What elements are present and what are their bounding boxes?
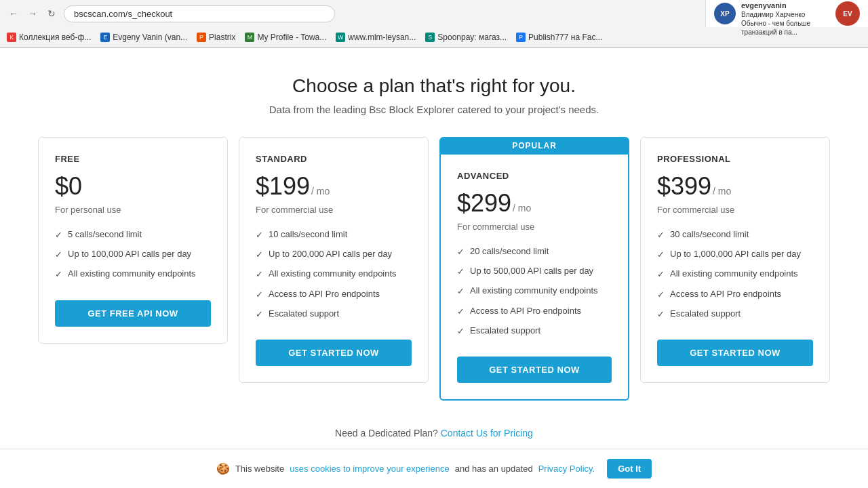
url-text: bscscan.com/s_checkout: [74, 9, 172, 19]
notif-text: X-Profit Lider → evgenyvanin Владимир Ха…: [741, 0, 830, 37]
bm-favicon-2: E: [100, 33, 110, 42]
bm-favicon-1: К: [7, 33, 16, 42]
notif-user-avatar: EV: [835, 1, 860, 26]
bookmark-5[interactable]: W www.mlm-leysan...: [336, 33, 416, 42]
check-icon: ✓: [657, 308, 665, 321]
plan-name-professional: PROFESSIONAL: [657, 154, 813, 164]
plan-features-professional: ✓30 calls/second limit ✓Up to 1,000,000 …: [657, 228, 813, 321]
feature-adv-2: ✓Up to 500,000 API calls per day: [457, 265, 612, 278]
feature-pro-2: ✓Up to 1,000,000 API calls per day: [657, 248, 813, 261]
page-subtitle: Data from the leading Bsc Block Explorer…: [14, 104, 854, 115]
standard-cta-button[interactable]: GET STARTED NOW: [256, 340, 412, 366]
plan-price-free: $0: [55, 172, 211, 201]
feature-free-1: ✓5 calls/second limit: [55, 228, 211, 241]
cookie-link2[interactable]: Privacy Policy.: [538, 464, 595, 474]
feature-adv-5: ✓Escalated support: [457, 325, 612, 338]
price-period-advanced: / mo: [513, 203, 531, 214]
feature-adv-4: ✓Access to API Pro endpoints: [457, 305, 612, 318]
plan-card-free: FREE $0 For personal use ✓5 calls/second…: [38, 137, 228, 344]
cookie-text-middle: and has an updated: [455, 464, 533, 474]
feature-std-1: ✓10 calls/second limit: [256, 228, 412, 241]
browser-toolbar: ← → ↻ bscscan.com/s_checkout ★ W T XP X-…: [0, 0, 868, 27]
feature-std-4: ✓Access to API Pro endpoints: [256, 288, 412, 301]
check-icon: ✓: [256, 308, 263, 321]
plan-features-advanced: ✓20 calls/second limit ✓Up to 500,000 AP…: [457, 245, 612, 338]
feature-free-2: ✓Up to 100,000 API calls per day: [55, 248, 211, 261]
advanced-cta-button[interactable]: GET STARTED NOW: [457, 357, 612, 383]
bookmark-3[interactable]: P Piastrix: [197, 33, 235, 42]
plan-desc-advanced: For commercial use: [457, 222, 612, 232]
price-amount-advanced: $299: [457, 189, 511, 218]
bm-label-7: Publish777 на Fac...: [528, 33, 602, 42]
check-icon: ✓: [256, 229, 263, 241]
plan-features-free: ✓5 calls/second limit ✓Up to 100,000 API…: [55, 228, 211, 281]
notification-panel: XP X-Profit Lider → evgenyvanin Владимир…: [705, 0, 868, 27]
price-period-professional: / mo: [713, 186, 731, 197]
forward-button[interactable]: →: [26, 7, 39, 20]
bm-favicon-6: S: [425, 33, 435, 42]
plan-price-professional: $399 / mo: [657, 172, 813, 201]
bookmark-4[interactable]: M My Profile - Towa...: [245, 33, 326, 42]
check-icon: ✓: [256, 249, 263, 261]
bm-label-6: Spoonpay: магаз...: [437, 33, 507, 42]
price-period-standard: / mo: [311, 186, 330, 197]
bookmark-7[interactable]: P Publish777 на Fac...: [516, 33, 602, 42]
check-icon: ✓: [55, 268, 62, 281]
price-amount-professional: $399: [657, 172, 711, 201]
cookie-link1[interactable]: uses cookies to improve your experience: [290, 464, 450, 474]
url-bar[interactable]: bscscan.com/s_checkout: [64, 5, 335, 22]
bm-favicon-3: P: [197, 33, 206, 42]
plan-name-advanced: ADVANCED: [457, 171, 612, 181]
bookmark-6[interactable]: S Spoonpay: магаз...: [425, 33, 507, 42]
bm-label-3: Piastrix: [209, 33, 235, 42]
plan-desc-free: For personal use: [55, 205, 211, 215]
bookmark-2[interactable]: E Evgeny Vanin (van...: [100, 33, 187, 42]
plan-card-standard: STANDARD $199 / mo For commercial use ✓1…: [239, 137, 429, 383]
check-icon: ✓: [657, 229, 665, 241]
cookie-got-it-button[interactable]: Got It: [607, 459, 652, 479]
bookmarks-bar: К Коллекция веб-ф... E Evgeny Vanin (van…: [0, 27, 868, 47]
footer-contact-link[interactable]: Contact Us for Pricing: [441, 428, 533, 439]
feature-std-5: ✓Escalated support: [256, 308, 412, 321]
feature-pro-3: ✓All existing community endpoints: [657, 268, 813, 281]
bm-favicon-5: W: [336, 33, 345, 42]
feature-adv-1: ✓20 calls/second limit: [457, 245, 612, 258]
plan-name-free: FREE: [55, 154, 211, 164]
bm-favicon-4: M: [245, 33, 254, 42]
bm-label-2: Evgeny Vanin (van...: [113, 33, 187, 42]
plan-desc-professional: For commercial use: [657, 205, 813, 215]
plan-wrapper-advanced: POPULAR ADVANCED $299 / mo For commercia…: [439, 137, 629, 401]
cookie-icon: 🍪: [216, 462, 230, 475]
plan-card-advanced: ADVANCED $299 / mo For commercial use ✓2…: [439, 155, 629, 401]
check-icon: ✓: [457, 285, 465, 298]
check-icon: ✓: [55, 229, 62, 241]
reload-button[interactable]: ↻: [45, 7, 58, 20]
notif-title: X-Profit Lider → evgenyvanin: [741, 0, 830, 10]
feature-std-3: ✓All existing community endpoints: [256, 268, 412, 281]
check-icon: ✓: [256, 289, 263, 301]
check-icon: ✓: [256, 268, 263, 281]
feature-adv-3: ✓All existing community endpoints: [457, 285, 612, 298]
bm-label-4: My Profile - Towa...: [257, 33, 326, 42]
plan-price-standard: $199 / mo: [256, 172, 412, 201]
check-icon: ✓: [657, 289, 665, 301]
professional-cta-button[interactable]: GET STARTED NOW: [657, 340, 813, 366]
notif-body: Владимир Харченко: [741, 10, 830, 19]
check-icon: ✓: [457, 325, 465, 338]
back-button[interactable]: ←: [7, 7, 20, 20]
plan-price-advanced: $299 / mo: [457, 189, 612, 218]
check-icon: ✓: [55, 249, 62, 261]
free-cta-button[interactable]: GET FREE API NOW: [55, 300, 211, 327]
footer-text: Need a Dedicated Plan?: [335, 428, 438, 439]
plans-grid: FREE $0 For personal use ✓5 calls/second…: [14, 137, 854, 401]
plan-name-standard: STANDARD: [256, 154, 412, 164]
price-amount-free: $0: [55, 172, 82, 201]
bookmark-1[interactable]: К Коллекция веб-ф...: [7, 33, 91, 42]
notif-avatar: XP: [714, 3, 736, 24]
bm-label-5: www.mlm-leysan...: [348, 33, 416, 42]
notif-sub: Обычно - чем больше транзакций в па...: [741, 19, 830, 37]
cookie-text-before: This website: [235, 464, 284, 474]
feature-pro-5: ✓Escalated support: [657, 308, 813, 321]
check-icon: ✓: [657, 268, 665, 281]
page-header: Choose a plan that's right for you. Data…: [14, 75, 854, 115]
